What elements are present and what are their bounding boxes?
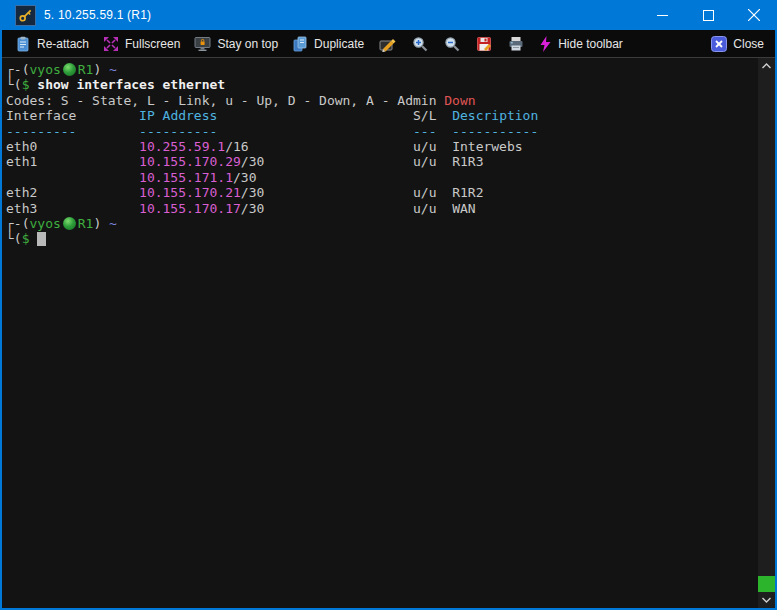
scroll-track[interactable]	[758, 74, 775, 592]
reattach-label: Re-attach	[37, 38, 89, 50]
table-header: Interface IP Address S/L Description	[6, 108, 758, 123]
scroll-thumb[interactable]	[758, 576, 775, 592]
terminal-output: ┌-(vyosR1) ~└($ show interfaces ethernet…	[6, 62, 758, 247]
maximize-button[interactable]	[685, 0, 731, 30]
prompt-line-1: ┌-(vyosR1) ~	[6, 62, 758, 77]
scroll-down-button[interactable]	[758, 592, 775, 608]
duplicate-button[interactable]: Duplicate	[285, 33, 371, 55]
print-icon	[508, 36, 524, 52]
hide-toolbar-label: Hide toolbar	[558, 38, 623, 50]
duplicate-label: Duplicate	[314, 38, 364, 50]
stay-on-top-button[interactable]: Stay on top	[187, 33, 285, 55]
zoom-in-icon	[412, 36, 428, 52]
stay-on-top-label: Stay on top	[217, 38, 278, 50]
minimize-icon	[657, 10, 668, 21]
command-line: └($ show interfaces ethernet	[6, 77, 758, 92]
minimize-button[interactable]	[639, 0, 685, 30]
scroll-up-button[interactable]	[758, 58, 775, 74]
edit-button[interactable]	[371, 33, 404, 55]
window-title: 5. 10.255.59.1 (R1)	[44, 8, 151, 22]
table-row-eth1-secondary-ip: 10.155.171.1/30	[6, 170, 758, 185]
fullscreen-icon	[103, 36, 119, 52]
close-session-icon	[711, 36, 727, 52]
globe-icon	[63, 63, 76, 76]
maximize-icon	[703, 10, 714, 21]
scroll-up-icon	[762, 63, 771, 69]
table-header-underline: --------- ---------- --- -----------	[6, 124, 758, 139]
key-icon	[15, 5, 36, 26]
reattach-icon	[15, 36, 31, 52]
input-line: └($	[6, 231, 758, 246]
duplicate-icon	[292, 36, 308, 52]
table-row-eth0: eth0 10.255.59.1/16 u/u Interwebs	[6, 139, 758, 154]
save-button[interactable]	[468, 33, 500, 55]
print-button[interactable]	[500, 33, 532, 55]
reattach-button[interactable]: Re-attach	[8, 33, 96, 55]
save-icon	[476, 36, 492, 52]
zoom-in-button[interactable]	[404, 33, 436, 55]
fullscreen-label: Fullscreen	[125, 38, 180, 50]
titlebar[interactable]: 5. 10.255.59.1 (R1)	[0, 0, 777, 30]
edit-icon	[379, 36, 396, 52]
zoom-out-button[interactable]	[436, 33, 468, 55]
close-button[interactable]	[731, 0, 777, 30]
content-area: ┌-(vyosR1) ~└($ show interfaces ethernet…	[2, 58, 775, 608]
scrollbar[interactable]	[758, 58, 775, 608]
hide-toolbar-icon	[539, 36, 552, 52]
codes-line: Codes: S - State, L - Link, u - Up, D - …	[6, 93, 758, 108]
fullscreen-button[interactable]: Fullscreen	[96, 33, 187, 55]
table-row-eth3: eth3 10.155.170.17/30 u/u WAN	[6, 201, 758, 216]
hide-toolbar-button[interactable]: Hide toolbar	[532, 33, 630, 55]
close-session-button[interactable]: Close	[704, 33, 771, 55]
terminal-cursor	[37, 232, 46, 246]
prompt-line-2: ┌-(vyosR1) ~	[6, 216, 758, 231]
toolbar: Re-attach Fullscreen	[2, 30, 775, 58]
stay-on-top-icon	[194, 36, 211, 52]
close-icon	[748, 9, 760, 21]
close-session-label: Close	[733, 38, 764, 50]
table-row-eth1: eth1 10.155.170.29/30 u/u R1R3	[6, 154, 758, 169]
zoom-out-icon	[444, 36, 460, 52]
table-row-eth2: eth2 10.155.170.21/30 u/u R1R2	[6, 185, 758, 200]
terminal-window: 5. 10.255.59.1 (R1) Re-attach	[0, 0, 777, 610]
terminal-area[interactable]: ┌-(vyosR1) ~└($ show interfaces ethernet…	[2, 58, 758, 608]
scroll-down-icon	[762, 597, 771, 603]
globe-icon	[63, 217, 76, 230]
